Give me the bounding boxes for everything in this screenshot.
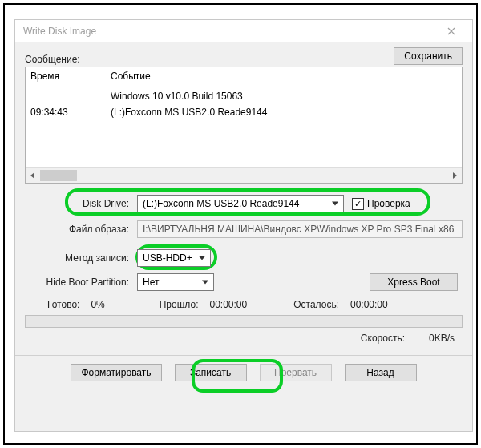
speed-label: Скорость: (361, 333, 405, 344)
image-file-field[interactable]: I:\ВИРТУАЛЬНЯ МАШИНА\Виндовс XP\Windows … (137, 220, 463, 238)
verify-label: Проверка (367, 198, 410, 209)
disk-drive-label: Disk Drive: (25, 198, 137, 209)
scroll-left-icon[interactable] (26, 168, 40, 183)
row-hide-boot: Hide Boot Partition: Нет Xpress Boot (25, 272, 463, 293)
message-label: Сообщение: (25, 54, 80, 65)
scroll-thumb[interactable] (40, 170, 77, 181)
speed-value: 0KB/s (429, 333, 455, 344)
write-method-label: Метод записи: (25, 252, 137, 264)
cell-time: 09:34:43 (30, 106, 111, 119)
cell-event: (L:)Foxconn MS USB2.0 Reade9144 (111, 106, 462, 119)
ready-value: 0% (91, 299, 104, 310)
elapsed-label: Прошло: (160, 299, 199, 310)
scroll-track[interactable] (40, 168, 447, 183)
progress-bar (25, 315, 463, 328)
scroll-right-icon[interactable] (447, 168, 462, 183)
xpress-boot-button[interactable]: Xpress Boot (370, 273, 458, 291)
progress-readout: Готово: 0% Прошло: 00:00:00 Осталось: 00… (15, 296, 472, 313)
remaining-label: Осталось: (293, 299, 339, 310)
horizontal-scrollbar[interactable] (26, 167, 462, 183)
list-item[interactable]: 09:34:43 (L:)Foxconn MS USB2.0 Reade9144 (30, 106, 462, 119)
hide-boot-label: Hide Boot Partition: (25, 276, 137, 288)
close-icon[interactable] (437, 22, 466, 41)
cell-time (30, 90, 111, 103)
checkbox-icon: ✓ (352, 198, 364, 210)
abort-button: Прервать (260, 364, 332, 381)
button-bar: Форматировать Записать Прервать Назад (15, 356, 472, 393)
image-file-label: Файл образа: (25, 224, 137, 235)
client-area: Сообщение: Сохранить Время Событие Windo… (15, 42, 472, 431)
remaining-value: 00:00:00 (350, 299, 388, 310)
column-header-event[interactable]: Событие (111, 71, 462, 82)
elapsed-value: 00:00:00 (209, 299, 247, 310)
column-header-time[interactable]: Время (30, 71, 111, 82)
hide-boot-select[interactable]: Нет (137, 273, 214, 291)
list-item[interactable]: Windows 10 v10.0 Build 15063 (30, 90, 462, 103)
titlebar[interactable]: Write Disk Image (15, 20, 472, 42)
save-button[interactable]: Сохранить (394, 47, 463, 65)
log-listview[interactable]: Время Событие Windows 10 v10.0 Build 150… (25, 67, 463, 184)
write-button[interactable]: Записать (175, 364, 247, 381)
format-button[interactable]: Форматировать (71, 364, 161, 381)
row-write-method: Метод записи: USB-HDD+ (25, 248, 463, 268)
ready-label: Готово: (47, 299, 79, 310)
cell-event: Windows 10 v10.0 Build 15063 (111, 90, 462, 103)
row-disk-drive: Disk Drive: (L:)Foxconn MS USB2.0 Reade9… (25, 192, 463, 216)
write-method-select[interactable]: USB-HDD+ (137, 249, 211, 267)
dialog-window: Write Disk Image Сообщение: Сохранить Вр… (14, 19, 473, 432)
row-image-file: Файл образа: I:\ВИРТУАЛЬНЯ МАШИНА\Виндов… (25, 219, 463, 240)
back-button[interactable]: Назад (345, 364, 417, 381)
verify-checkbox[interactable]: ✓ Проверка (352, 198, 410, 210)
window-title: Write Disk Image (23, 26, 96, 37)
disk-drive-select[interactable]: (L:)Foxconn MS USB2.0 Reade9144 (137, 195, 344, 212)
